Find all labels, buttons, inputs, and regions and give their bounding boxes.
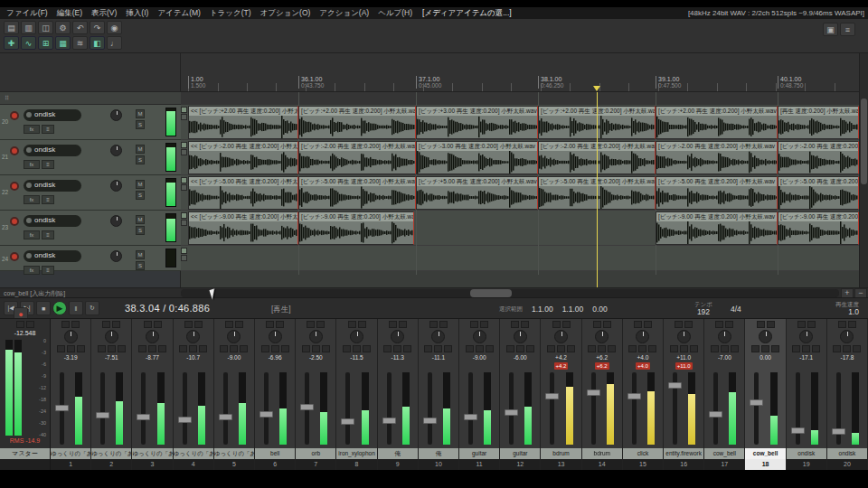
fx-button[interactable] <box>731 345 739 352</box>
envelope-button[interactable]: ≡ <box>42 266 54 275</box>
lane-button[interactable] <box>181 114 187 120</box>
fx-button[interactable] <box>118 345 126 352</box>
volume-fader[interactable] <box>100 372 105 445</box>
mixer-strip[interactable]: -10.7+0.0ゆっくりの「あ〜」4 <box>174 319 214 470</box>
volume-fader[interactable] <box>264 372 269 445</box>
media-item[interactable]: [ピッチ:-9.00 再生 速度:0.200] 小野太鼓.wav <box>778 211 859 245</box>
mixer-strip[interactable]: -6.96+0.0bell6 <box>255 319 296 470</box>
mixer-strip[interactable]: -3.19+0.0ゆっくりの「あ〜」1 <box>51 319 91 470</box>
mute-button[interactable]: M <box>136 215 145 224</box>
strip-name[interactable]: 俺 <box>419 448 458 459</box>
master-strip[interactable]: -12.548 0-3-6-9-12-18-24-30-40 RMS -14.9… <box>0 319 51 470</box>
fader-cap[interactable] <box>832 428 845 435</box>
fx-button[interactable]: fx <box>24 125 40 134</box>
io-button[interactable] <box>644 321 652 328</box>
mute-button[interactable]: M <box>136 109 145 118</box>
strip-name[interactable]: iron_xylophon <box>336 448 376 459</box>
mute-button[interactable] <box>711 345 719 352</box>
fx-button[interactable]: fx <box>24 266 40 275</box>
fx-button[interactable] <box>363 345 371 352</box>
fx-button[interactable] <box>648 345 656 352</box>
lane-button[interactable] <box>181 184 187 191</box>
pan-knob[interactable] <box>636 330 649 343</box>
layout-menu-icon[interactable]: ≡ <box>840 23 855 36</box>
media-item[interactable]: [ピッチ:-2.00 再生 速度:0.200] 小野太鼓.wav <box>778 141 859 174</box>
env-button[interactable] <box>429 321 438 328</box>
fader-cap[interactable] <box>219 414 232 420</box>
volume-fader[interactable] <box>754 372 759 445</box>
lane-button[interactable] <box>181 248 187 254</box>
envelope-button[interactable]: ≡ <box>42 195 54 204</box>
mute-button[interactable] <box>98 345 106 352</box>
mixer-strip[interactable]: -9.00+0.0guitar11 <box>459 319 500 470</box>
playrate-value[interactable]: 1.0 <box>848 308 859 316</box>
volume-fader[interactable] <box>673 372 677 445</box>
solo-button[interactable] <box>148 345 156 352</box>
solo-button[interactable]: S <box>136 120 145 129</box>
fader-cap[interactable] <box>709 411 722 418</box>
env-button[interactable] <box>184 321 193 328</box>
pan-knob[interactable] <box>595 330 609 343</box>
track-name[interactable]: ondisk <box>24 180 81 192</box>
strip-name[interactable]: cow_bell <box>704 448 744 459</box>
strip-name[interactable]: ゆっくりの「あ〜」 <box>214 448 254 459</box>
grid-toggle-icon[interactable]: ▦ <box>55 36 71 50</box>
fx-button[interactable] <box>158 345 166 352</box>
new-project-icon[interactable]: ▤ <box>4 21 19 34</box>
solo-button[interactable] <box>271 345 279 352</box>
track-panel[interactable]: 21ondiskfx≡MS <box>0 140 181 175</box>
group-toggle-icon[interactable]: ◧ <box>90 36 105 50</box>
media-item[interactable]: [ピッチ:-3.00 再生 速度:0.200] 小野太鼓.wav <box>416 141 538 174</box>
volume-fader[interactable] <box>387 372 392 445</box>
mute-button[interactable] <box>792 345 800 352</box>
pan-knob[interactable] <box>146 330 159 343</box>
io-button[interactable] <box>358 321 366 328</box>
solo-button[interactable] <box>721 345 729 352</box>
fx-button[interactable] <box>526 345 534 352</box>
volume-fader[interactable] <box>141 372 146 445</box>
mixer-strip[interactable]: -2.50+0.0orb7 <box>296 319 336 470</box>
io-button[interactable] <box>684 321 693 328</box>
fader-cap[interactable] <box>545 393 559 399</box>
solo-button[interactable] <box>67 345 75 352</box>
io-button[interactable] <box>316 321 325 328</box>
fx-button[interactable]: fx <box>24 230 40 239</box>
env-button[interactable] <box>389 321 397 328</box>
fader-cap[interactable] <box>464 414 477 420</box>
strip-name[interactable]: guitar <box>459 448 499 459</box>
solo-button[interactable] <box>230 345 238 352</box>
env-button[interactable] <box>511 321 519 328</box>
mute-button[interactable] <box>588 345 596 352</box>
env-button[interactable] <box>61 321 70 328</box>
menu-item[interactable]: アクション(A) <box>315 8 373 17</box>
media-item[interactable]: [ピッチ:+3.00 再生 速度:0.200] 小野太鼓.wav <box>416 106 538 139</box>
mixer-strip[interactable]: +4.2+4.2bdrum13 <box>541 319 581 470</box>
io-button[interactable] <box>725 321 733 328</box>
ripple-edit-icon[interactable]: ≋ <box>72 36 88 50</box>
vertical-scroll-thumb[interactable] <box>861 99 867 184</box>
lock-icon[interactable]: ◉ <box>107 21 122 34</box>
io-button[interactable] <box>235 321 243 328</box>
env-button[interactable] <box>348 321 356 328</box>
fader-cap[interactable] <box>750 399 763 406</box>
fx-button[interactable] <box>77 345 85 352</box>
mute-button[interactable] <box>302 345 310 352</box>
volume-fader[interactable] <box>468 372 473 445</box>
open-project-icon[interactable]: ▥ <box>21 21 36 34</box>
mute-button[interactable] <box>138 345 146 352</box>
volume-fader[interactable] <box>428 372 432 445</box>
solo-button[interactable] <box>516 345 524 352</box>
solo-button[interactable] <box>598 345 606 352</box>
mixer-strip[interactable]: -9.00+0.0ゆっくりの「あ〜」5 <box>214 319 255 470</box>
media-item[interactable]: << [ピッチ:-9.00 再生 速度:0.200] 小野太鼓.w <box>188 211 298 245</box>
solo-button[interactable] <box>312 345 320 352</box>
pan-knob[interactable] <box>64 330 78 343</box>
mixer-strip[interactable]: -11.5+0.0iron_xylophon8 <box>336 319 377 470</box>
strip-name[interactable]: bdrum <box>541 448 580 459</box>
lane-button[interactable] <box>181 220 187 226</box>
mute-button[interactable] <box>833 345 841 352</box>
solo-button[interactable] <box>761 345 769 352</box>
solo-button[interactable] <box>802 345 810 352</box>
strip-name[interactable]: bdrum <box>582 448 622 459</box>
fx-button[interactable] <box>812 345 820 352</box>
